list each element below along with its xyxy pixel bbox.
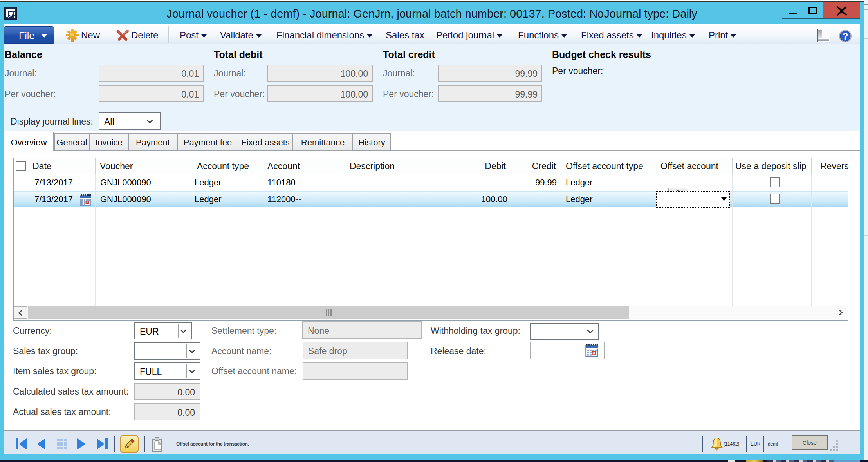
svg-text:?: ?: [843, 31, 848, 42]
